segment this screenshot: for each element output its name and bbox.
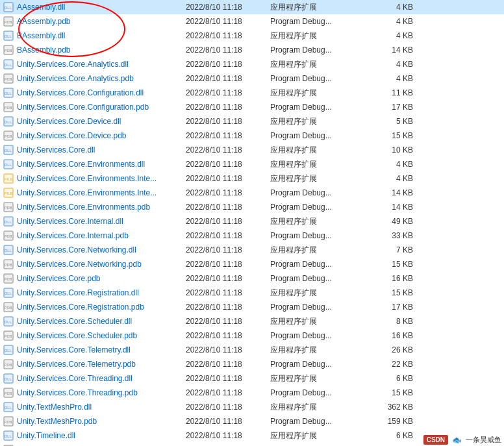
- file-name[interactable]: Unity.Services.Core.Threading.dll: [17, 374, 186, 383]
- file-name[interactable]: Unity.Services.Core.Device.dll: [17, 117, 186, 126]
- file-size: 15 KB: [361, 260, 413, 269]
- table-row[interactable]: FILE Unity.Services.Core.Environments.In…: [0, 171, 504, 186]
- file-name[interactable]: Unity.Services.Core.Registration.dll: [17, 288, 186, 297]
- file-name[interactable]: Unity.Services.Core.Environments.Inte...: [17, 188, 186, 197]
- file-size: 14 KB: [361, 45, 413, 55]
- file-date: 2022/8/10 11:18: [186, 360, 270, 369]
- table-row[interactable]: DLL BAssembly.dll 2022/8/10 11:18 应用程序扩展…: [0, 29, 504, 43]
- table-row[interactable]: DLL Unity.Services.Core.Scheduler.dll 20…: [0, 314, 504, 328]
- file-name[interactable]: Unity.Services.Core.Analytics.pdb: [17, 74, 186, 83]
- file-name[interactable]: Unity.TextMeshPro.pdb: [17, 417, 186, 426]
- file-name[interactable]: Unity.Services.Core.Networking.dll: [17, 245, 186, 254]
- file-name[interactable]: Unity.Services.Core.Configuration.dll: [17, 88, 186, 97]
- table-row[interactable]: DLL Unity.TextMeshPro.dll 2022/8/10 11:1…: [0, 400, 504, 414]
- file-name[interactable]: BAssembly.dll: [17, 31, 186, 40]
- file-type: 应用程序扩展: [270, 316, 361, 327]
- svg-text:PDB: PDB: [5, 420, 12, 424]
- file-size: 4 KB: [361, 17, 413, 26]
- table-row[interactable]: DLL Unity.Services.Core.Analytics.dll 20…: [0, 57, 504, 71]
- file-name[interactable]: Unity.Services.Core.Analytics.dll: [17, 60, 186, 69]
- file-type: 应用程序扩展: [270, 430, 361, 441]
- file-icon: DLL: [3, 287, 14, 299]
- file-date: 2022/8/10 11:18: [186, 260, 270, 269]
- table-row[interactable]: PDB Unity.Services.Core.Analytics.pdb 20…: [0, 71, 504, 86]
- file-date: 2022/8/10 11:18: [186, 245, 270, 254]
- table-row[interactable]: PDB Unity.TextMeshPro.pdb 2022/8/10 11:1…: [0, 414, 504, 428]
- file-name[interactable]: AAssembly.dll: [17, 3, 186, 12]
- svg-text:PDB: PDB: [5, 234, 12, 238]
- table-row[interactable]: DLL Unity.Services.Core.Registration.dll…: [0, 286, 504, 300]
- file-name[interactable]: Unity.Services.Core.Device.pdb: [17, 131, 186, 140]
- svg-text:DLL: DLL: [5, 63, 12, 67]
- file-name[interactable]: Unity.Services.Core.Environments.Inte...: [17, 174, 186, 183]
- file-name[interactable]: Unity.Services.Core.Telemetry.dll: [17, 345, 186, 354]
- file-size: 4 KB: [361, 3, 413, 12]
- file-size: 362 KB: [361, 403, 413, 412]
- table-row[interactable]: PDB Unity.Services.Core.Threading.pdb 20…: [0, 386, 504, 400]
- table-row[interactable]: PDB BAssembly.pdb 2022/8/10 11:18 Progra…: [0, 43, 504, 57]
- file-type: Program Debug...: [270, 17, 361, 26]
- file-size: 4 KB: [361, 74, 413, 83]
- file-date: 2022/8/10 11:18: [186, 203, 270, 212]
- file-type: Program Debug...: [270, 260, 361, 269]
- file-type: Program Debug...: [270, 131, 361, 140]
- file-name[interactable]: Unity.Services.Core.Scheduler.dll: [17, 317, 186, 326]
- table-row[interactable]: PDB Unity.Services.Core.Configuration.pd…: [0, 100, 504, 114]
- svg-text:FILE: FILE: [5, 177, 13, 181]
- table-row[interactable]: DLL Unity.Services.Core.Environments.dll…: [0, 157, 504, 171]
- file-name[interactable]: Unity.TextMeshPro.dll: [17, 403, 186, 412]
- file-name[interactable]: Unity.Services.Core.Telemetry.pdb: [17, 360, 186, 369]
- watermark-icon: 🐟: [452, 436, 462, 445]
- table-row[interactable]: DLL AAssembly.dll 2022/8/10 11:18 应用程序扩展…: [0, 0, 504, 14]
- file-icon: DLL: [3, 244, 14, 256]
- file-name[interactable]: Unity.Services.Core.Networking.pdb: [17, 260, 186, 269]
- file-size: 17 KB: [361, 103, 413, 112]
- svg-text:DLL: DLL: [5, 120, 12, 124]
- file-icon: PDB: [3, 258, 14, 270]
- svg-text:FILE: FILE: [5, 192, 13, 195]
- table-row[interactable]: DLL Unity.Services.Core.Configuration.dl…: [0, 86, 504, 100]
- file-name[interactable]: Unity.Services.Core.Scheduler.pdb: [17, 331, 186, 340]
- file-name[interactable]: AAssembly.pdb: [17, 17, 186, 26]
- file-name[interactable]: Unity.Timeline.dll: [17, 431, 186, 440]
- table-row[interactable]: DLL Unity.Services.Core.Device.dll 2022/…: [0, 114, 504, 129]
- file-type: Program Debug...: [270, 331, 361, 340]
- svg-text:DLL: DLL: [5, 349, 12, 353]
- table-row[interactable]: PDB Unity.Services.Core.Telemetry.pdb 20…: [0, 357, 504, 371]
- file-name[interactable]: Unity.Services.Core.Configuration.pdb: [17, 103, 186, 112]
- table-row[interactable]: FILE Unity.Services.Core.Environments.In…: [0, 186, 504, 200]
- file-name[interactable]: Unity.Services.Core.pdb: [17, 274, 186, 283]
- table-row[interactable]: DLL Unity.Services.Core.Threading.dll 20…: [0, 371, 504, 386]
- watermark-text: 一条昊咸鱼: [466, 435, 501, 445]
- table-row[interactable]: DLL Unity.Services.Core.Internal.dll 202…: [0, 214, 504, 229]
- file-type: 应用程序扩展: [270, 59, 361, 70]
- table-row[interactable]: PDB Unity.Services.Core.Registration.pdb…: [0, 300, 504, 314]
- file-name[interactable]: Unity.Services.Core.Registration.pdb: [17, 303, 186, 312]
- table-row[interactable]: DLL Unity.Services.Core.Telemetry.dll 20…: [0, 343, 504, 357]
- table-row[interactable]: PDB Unity.Services.Core.Networking.pdb 2…: [0, 257, 504, 271]
- file-list[interactable]: DLL AAssembly.dll 2022/8/10 11:18 应用程序扩展…: [0, 0, 504, 446]
- file-name[interactable]: Unity.Services.Core.Internal.pdb: [17, 231, 186, 240]
- file-type: 应用程序扩展: [270, 373, 361, 384]
- table-row[interactable]: PDB Unity.Services.Core.Internal.pdb 202…: [0, 229, 504, 243]
- table-row[interactable]: DLL Unity.Services.Core.Networking.dll 2…: [0, 243, 504, 257]
- file-name[interactable]: Unity.Services.Core.Environments.pdb: [17, 203, 186, 212]
- file-type: 应用程序扩展: [270, 116, 361, 127]
- table-row[interactable]: PDB AAssembly.pdb 2022/8/10 11:18 Progra…: [0, 14, 504, 29]
- table-row[interactable]: PDB Unity.Services.Core.pdb 2022/8/10 11…: [0, 271, 504, 286]
- file-name[interactable]: BAssembly.pdb: [17, 45, 186, 55]
- file-type: 应用程序扩展: [270, 173, 361, 184]
- file-name[interactable]: Unity.Services.Core.Internal.dll: [17, 217, 186, 226]
- file-name[interactable]: Unity.Services.Core.Threading.pdb: [17, 388, 186, 397]
- file-size: 11 KB: [361, 88, 413, 97]
- table-row[interactable]: DLL Unity.Services.Core.dll 2022/8/10 11…: [0, 143, 504, 157]
- table-row[interactable]: PDB Unity.Services.Core.Device.pdb 2022/…: [0, 129, 504, 143]
- file-icon: PDB: [3, 415, 14, 427]
- table-row[interactable]: PDB Unity.Services.Core.Environments.pdb…: [0, 200, 504, 214]
- file-date: 2022/8/10 11:18: [186, 331, 270, 340]
- svg-text:PDB: PDB: [5, 334, 12, 338]
- file-name[interactable]: Unity.Services.Core.dll: [17, 145, 186, 155]
- file-name[interactable]: Unity.Services.Core.Environments.dll: [17, 160, 186, 169]
- table-row[interactable]: PDB Unity.Services.Core.Scheduler.pdb 20…: [0, 328, 504, 343]
- svg-text:DLL: DLL: [5, 377, 12, 381]
